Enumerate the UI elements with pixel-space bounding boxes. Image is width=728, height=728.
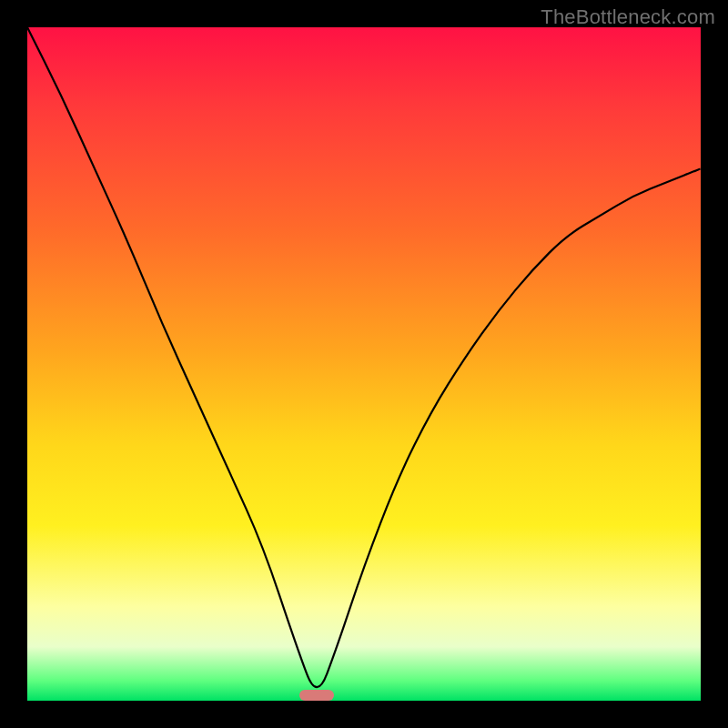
minimum-marker (299, 690, 334, 701)
chart-frame: TheBottleneck.com (0, 0, 728, 728)
watermark-text: TheBottleneck.com (541, 5, 715, 29)
curve-svg (27, 27, 701, 701)
bottleneck-curve (27, 27, 701, 687)
plot-area (27, 27, 701, 701)
